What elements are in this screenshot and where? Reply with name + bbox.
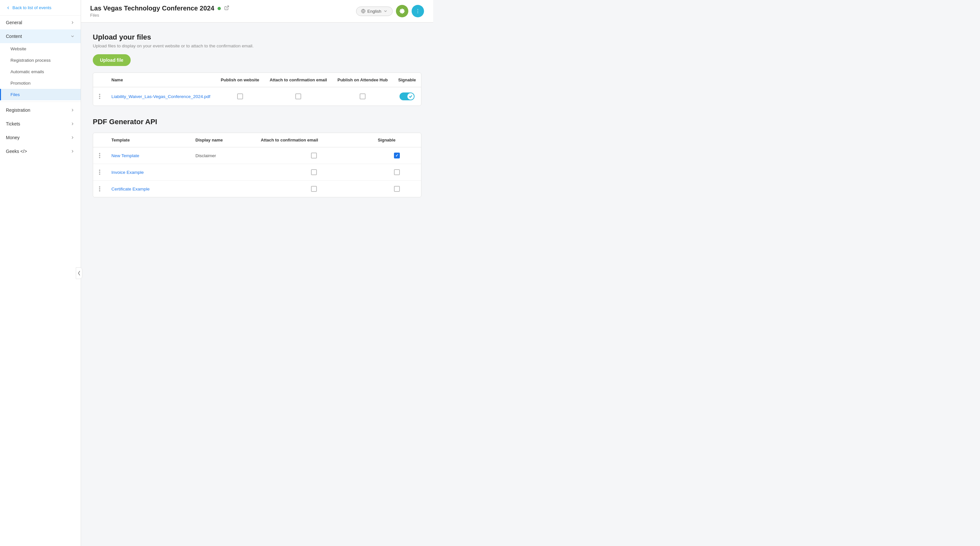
template-name-link[interactable]: New Template xyxy=(111,153,139,158)
svg-point-4 xyxy=(417,11,418,11)
table-row: Certificate Example xyxy=(93,181,421,197)
pdf-attach-email-checkbox[interactable] xyxy=(311,169,317,175)
display-name-cell xyxy=(190,164,255,181)
sidebar-collapse-button[interactable] xyxy=(76,267,82,279)
status-dot xyxy=(218,7,221,10)
col-attach-email: Attach to confirmation email xyxy=(264,73,332,87)
files-table: Name Publish on website Attach to confir… xyxy=(93,73,421,105)
sidebar-item-general[interactable]: General xyxy=(0,16,81,29)
pdf-signable-checkbox[interactable] xyxy=(394,169,400,175)
pdf-signable-checkbox[interactable] xyxy=(394,153,400,159)
display-name-cell: Disclaimer xyxy=(190,147,255,164)
pdf-col-display-name: Display name xyxy=(190,133,255,147)
upload-section-title: Upload your files xyxy=(93,33,422,41)
sidebar-item-tickets[interactable]: Tickets xyxy=(0,117,81,131)
col-publish-hub: Publish on Attendee Hub xyxy=(332,73,393,87)
col-publish-website: Publish on website xyxy=(216,73,265,87)
pdf-col-attach-email: Attach to confirmation email xyxy=(255,133,372,147)
row-menu-dots[interactable] xyxy=(98,153,101,158)
sidebar-item-files[interactable]: Files xyxy=(0,89,81,100)
sidebar: Back to list of events General Content W… xyxy=(0,0,81,546)
row-menu-dots[interactable] xyxy=(98,170,101,175)
pdf-col-template: Template xyxy=(106,133,190,147)
publish-website-checkbox[interactable] xyxy=(237,94,243,99)
sidebar-item-geeks[interactable]: Geeks </> xyxy=(0,145,81,158)
display-name-cell xyxy=(190,181,255,197)
signable-toggle[interactable] xyxy=(399,92,415,100)
col-signable: Signable xyxy=(393,73,421,87)
table-row: Liability_Waiver_Las-Vegas_Conference_20… xyxy=(93,87,421,106)
toggle-knob xyxy=(407,93,414,100)
language-selector[interactable]: English xyxy=(356,6,393,16)
template-name-link[interactable]: Certificate Example xyxy=(111,186,150,191)
upload-section-desc: Upload files to display on your event we… xyxy=(93,43,422,48)
settings-button[interactable] xyxy=(396,5,408,18)
template-name-link[interactable]: Invoice Example xyxy=(111,170,144,175)
svg-point-5 xyxy=(417,13,418,13)
more-options-button[interactable] xyxy=(412,5,424,18)
svg-line-0 xyxy=(226,6,228,8)
sidebar-item-registration[interactable]: Registration xyxy=(0,103,81,117)
page-title: Las Vegas Technology Conference 2024 xyxy=(90,5,229,12)
pdf-section-title: PDF Generator API xyxy=(93,118,422,126)
publish-hub-checkbox[interactable] xyxy=(360,94,366,99)
sidebar-item-registration-process[interactable]: Registration process xyxy=(0,54,81,66)
pdf-signable-checkbox[interactable] xyxy=(394,186,400,192)
external-link-icon[interactable] xyxy=(224,5,229,12)
col-name: Name xyxy=(106,73,216,87)
pdf-attach-email-checkbox[interactable] xyxy=(311,186,317,192)
sidebar-item-automatic-emails[interactable]: Automatic emails xyxy=(0,66,81,78)
sidebar-item-content[interactable]: Content xyxy=(0,29,81,43)
table-row: New Template Disclaimer xyxy=(93,147,421,164)
files-table-card: Name Publish on website Attach to confir… xyxy=(93,73,422,106)
sidebar-content-submenu: Website Registration process Automatic e… xyxy=(0,43,81,100)
row-menu-dots[interactable] xyxy=(98,94,101,99)
back-to-events[interactable]: Back to list of events xyxy=(0,0,81,16)
sidebar-item-website[interactable]: Website xyxy=(0,43,81,54)
pdf-table-card: Template Display name Attach to confirma… xyxy=(93,133,422,197)
file-name-link[interactable]: Liability_Waiver_Las-Vegas_Conference_20… xyxy=(111,94,210,99)
main-content: Upload your files Upload files to displa… xyxy=(81,22,433,546)
header-actions: English xyxy=(356,5,424,18)
sidebar-item-money[interactable]: Money xyxy=(0,131,81,145)
pdf-attach-email-checkbox[interactable] xyxy=(311,153,317,159)
breadcrumb: Files xyxy=(90,13,229,18)
attach-email-checkbox[interactable] xyxy=(295,94,301,99)
sidebar-item-promotion[interactable]: Promotion xyxy=(0,78,81,89)
upload-file-button[interactable]: Upload file xyxy=(93,54,130,66)
table-row: Invoice Example xyxy=(93,164,421,181)
row-menu-dots[interactable] xyxy=(98,186,101,191)
pdf-table: Template Display name Attach to confirma… xyxy=(93,133,421,197)
pdf-col-signable: Signable xyxy=(372,133,421,147)
page-header: Las Vegas Technology Conference 2024 Fil… xyxy=(81,0,433,22)
svg-point-3 xyxy=(417,9,418,10)
